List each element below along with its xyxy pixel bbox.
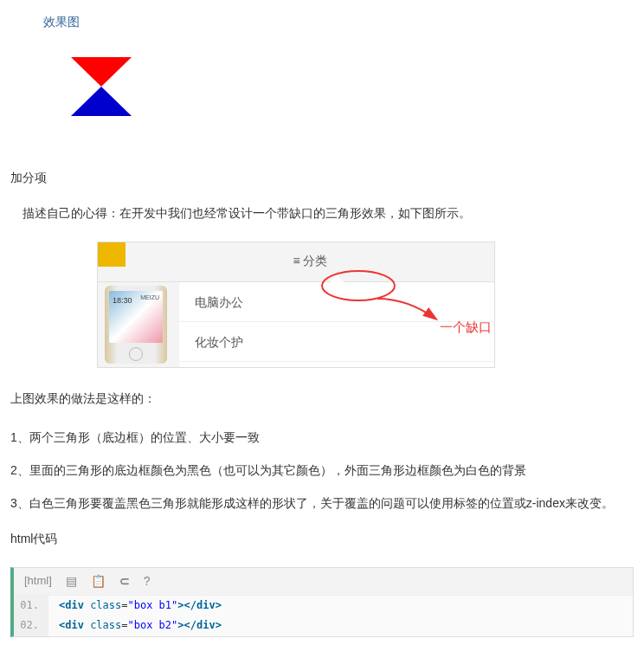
bonus-heading: 加分项 — [10, 168, 634, 187]
line-number: 02. — [14, 616, 48, 635]
code-lines: 01. <div class="box b1"></div> 02. <div … — [14, 596, 633, 635]
notch-label: 一个缺口 — [440, 317, 492, 338]
code-title: html代码 — [10, 529, 634, 548]
code-line: 02. <div class="box b2"></div> — [14, 616, 633, 635]
view-plain-icon[interactable]: ▤ — [66, 571, 77, 590]
code-line: 01. <div class="box b1"></div> — [14, 596, 633, 616]
red-triangle — [71, 57, 132, 87]
phone-home-button — [129, 347, 143, 361]
code-text[interactable]: <div class="box b1"></div> — [48, 596, 232, 616]
code-text[interactable]: <div class="box b2"></div> — [48, 616, 232, 635]
illustration-header: ≡ 分类 — [98, 242, 494, 282]
triangle-demo — [71, 57, 175, 116]
blue-triangle — [71, 87, 132, 116]
notch-illustration: ≡ 分类 18:30 MEIZU 电脑办公 化妆个护 — [97, 242, 495, 368]
category-tab: ≡ 分类 — [126, 242, 494, 270]
howto-heading: 上图效果的做法是这样的： — [10, 389, 634, 408]
hamburger-icon: ≡ — [293, 251, 299, 270]
effect-image-title[interactable]: 效果图 — [10, 12, 634, 31]
yellow-marker — [98, 242, 126, 267]
help-icon[interactable]: ? — [144, 571, 151, 590]
code-block: [html] ▤ 📋 ⊂ ? 01. <div class="box b1"><… — [10, 567, 634, 636]
copy-icon[interactable]: 📋 — [91, 571, 106, 590]
phone-time: 18:30 — [113, 294, 132, 306]
category-label: 分类 — [303, 251, 327, 270]
code-toolbar: [html] ▤ 📋 ⊂ ? — [14, 568, 633, 596]
expand-icon[interactable]: ⊂ — [119, 571, 130, 590]
phone-brand: MEIZU — [140, 293, 159, 302]
step-1: 1、两个三角形（底边框）的位置、大小要一致 — [10, 428, 634, 447]
step-3: 3、白色三角形要覆盖黑色三角形就能形成这样的形状了，关于覆盖的问题可以使用标签的… — [10, 493, 634, 513]
intro-paragraph: 描述自己的心得：在开发中我们也经常设计一个带缺口的三角形效果，如下图所示。 — [10, 203, 634, 223]
line-number: 01. — [14, 596, 48, 616]
phone-mock: 18:30 MEIZU — [105, 286, 174, 364]
code-language-label: [html] — [24, 572, 52, 590]
step-2: 2、里面的三角形的底边框颜色为黑色（也可以为其它颜色），外面三角形边框颜色为白色… — [10, 461, 634, 480]
